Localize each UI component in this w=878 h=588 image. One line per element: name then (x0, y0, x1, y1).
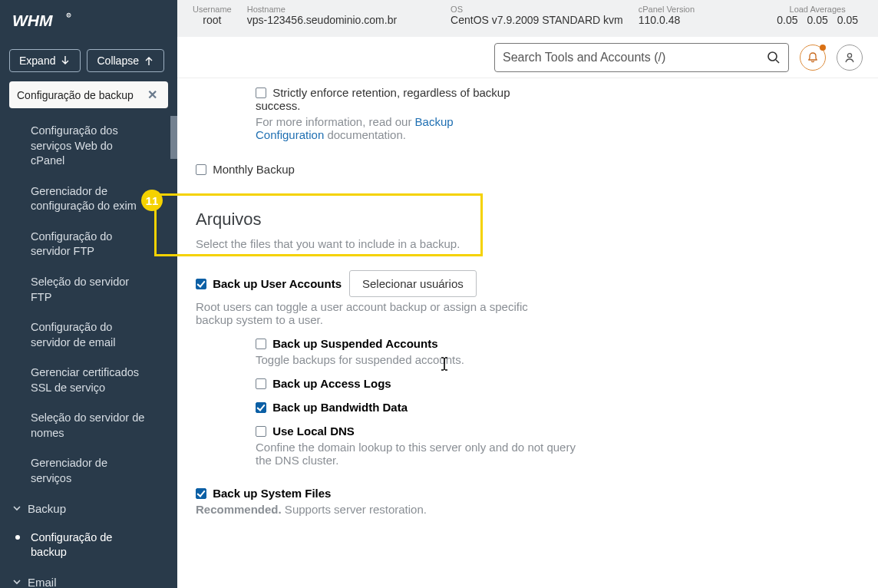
strict-retention-checkbox[interactable] (256, 88, 266, 98)
sidebar-item-ftp-config[interactable]: Configuração do servidor FTP (0, 222, 177, 267)
svg-text:WHM: WHM (12, 12, 53, 29)
monthly-backup-option[interactable]: Monthly Backup (196, 163, 295, 176)
annotation-badge: 11 (141, 190, 163, 211)
backup-system-files-checkbox[interactable] (196, 488, 206, 499)
backup-access-logs-option[interactable]: Back up Access Logs (256, 377, 391, 390)
use-local-dns-checkbox[interactable] (256, 426, 266, 437)
files-section-desc: Select the files that you want to includ… (196, 237, 864, 250)
search-input[interactable] (503, 51, 767, 64)
collapse-button[interactable]: Collapse (87, 49, 163, 72)
scrollbar-thumb[interactable] (170, 116, 177, 159)
breadcrumb-label: Configuração de backup (17, 89, 134, 101)
chevron-down-icon (12, 502, 21, 515)
arrow-down-icon (60, 55, 71, 66)
user-icon (843, 51, 856, 64)
svg-point-4 (847, 53, 851, 57)
account-button[interactable] (837, 45, 863, 71)
backup-user-accounts-option[interactable]: Back up User Accounts (196, 277, 342, 290)
load-label: Load Averages (772, 5, 863, 14)
username-value: root (193, 14, 232, 26)
backup-bandwidth-checkbox[interactable] (256, 402, 266, 413)
version-label: cPanel Version (639, 5, 695, 14)
backup-user-accounts-desc: Root users can toggle a user account bac… (196, 300, 556, 326)
bell-icon (807, 51, 819, 64)
backup-suspended-checkbox[interactable] (256, 339, 266, 349)
backup-system-files-desc: Recommended. Supports server restoration… (196, 503, 864, 516)
svg-point-3 (768, 52, 777, 61)
sidebar-item-nameserver[interactable]: Seleção do servidor de nomes (0, 403, 177, 448)
sidebar-item-cpanel-web[interactable]: Configuração dos serviços Web do cPanel (0, 116, 177, 177)
hostname-label: Hostname (247, 5, 397, 14)
sidebar-item-ssl[interactable]: Gerenciar certificados SSL de serviço (0, 358, 177, 403)
backup-suspended-desc: Toggle backups for suspended accounts. (256, 353, 685, 366)
strict-retention-option[interactable]: Strictly enforce retention, regardless o… (256, 86, 510, 112)
files-section-title: Arquivos (196, 210, 864, 230)
select-users-button[interactable]: Selecionar usuários (349, 270, 477, 297)
sidebar-item-backup-config[interactable]: Configuração de backup (0, 523, 177, 568)
username-label: Username (193, 5, 232, 14)
hostname-value: vps-123456.seudominio.com.br (247, 14, 397, 26)
expand-button[interactable]: Expand (9, 49, 81, 72)
main-content[interactable]: Strictly enforce retention, regardless o… (177, 78, 878, 588)
sidebar-group-email[interactable]: Email (0, 568, 177, 588)
sidebar-item-services[interactable]: Gerenciador de serviços (0, 448, 177, 494)
backup-suspended-option[interactable]: Back up Suspended Accounts (256, 337, 438, 350)
backup-access-logs-checkbox[interactable] (256, 378, 266, 389)
os-value: CentOS v7.9.2009 STANDARD kvm (451, 14, 623, 26)
use-local-dns-option[interactable]: Use Local DNS (256, 424, 355, 438)
backup-user-accounts-checkbox[interactable] (196, 279, 206, 289)
strict-retention-note: For more information, read our Backup Co… (256, 115, 517, 141)
chevron-down-icon (12, 576, 21, 588)
sidebar-group-backup[interactable]: Backup (0, 494, 177, 523)
use-local-dns-desc: Confine the domain lookup to this server… (256, 441, 593, 467)
sidebar-item-ftp-select[interactable]: Seleção do servidor FTP (0, 267, 177, 312)
load-values: 0.050.050.05 (772, 14, 863, 26)
sidebar: WHM R Expand Collapse Configuração de ba… (0, 0, 177, 588)
whm-logo-icon: WHM R (12, 10, 104, 33)
arrow-up-icon (144, 55, 154, 66)
close-icon[interactable]: ✕ (144, 88, 160, 102)
notifications-button[interactable] (800, 45, 826, 71)
monthly-backup-checkbox[interactable] (196, 164, 206, 175)
page-header (177, 37, 878, 78)
version-value: 110.0.48 (639, 14, 695, 26)
search-icon[interactable] (767, 51, 781, 64)
backup-bandwidth-option[interactable]: Back up Bandwidth Data (256, 401, 408, 414)
os-label: OS (451, 5, 623, 14)
backup-system-files-option[interactable]: Back up System Files (196, 487, 331, 500)
breadcrumb-pill[interactable]: Configuração de backup ✕ (9, 81, 168, 108)
whm-logo[interactable]: WHM R (0, 0, 177, 43)
sidebar-item-mail-config[interactable]: Configuração do servidor de email (0, 312, 177, 358)
server-info-bar: Username root Hostname vps-123456.seudom… (177, 0, 878, 37)
sidebar-nav[interactable]: Configuração dos serviços Web do cPanel … (0, 116, 177, 588)
search-box[interactable] (494, 43, 789, 72)
